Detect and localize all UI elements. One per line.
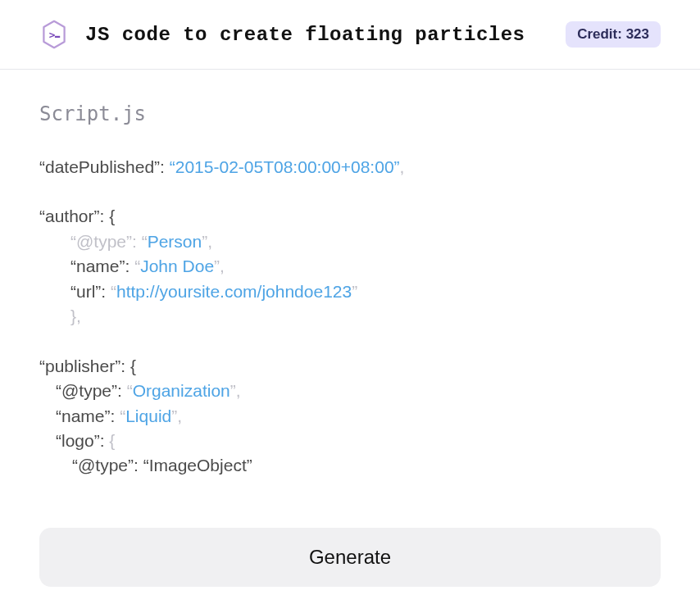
credit-badge: Credit: 323 bbox=[566, 21, 661, 48]
code-line: “datePublished”: “2015-02-05T08:00:00+08… bbox=[39, 155, 661, 179]
code-line: “@type”: “Organization”, bbox=[39, 379, 661, 403]
code-block: “datePublished”: “2015-02-05T08:00:00+08… bbox=[39, 155, 661, 479]
header: > JS code to create floating particles C… bbox=[0, 0, 700, 70]
code-line: “name”: “Liquid”, bbox=[39, 404, 661, 429]
svg-rect-2 bbox=[55, 36, 60, 38]
main-content: Script.js “datePublished”: “2015-02-05T0… bbox=[0, 70, 700, 603]
code-line: “@type”: “ImageObject” bbox=[39, 453, 661, 478]
app-logo-icon: > bbox=[39, 20, 69, 49]
file-name: Script.js bbox=[39, 102, 661, 125]
code-line: “name”: “John Doe”, bbox=[39, 254, 661, 279]
code-line: }, bbox=[39, 304, 661, 329]
code-line: “url”: “http://yoursite.com/johndoe123” bbox=[39, 279, 661, 304]
svg-text:>: > bbox=[49, 29, 56, 41]
code-line: “publisher”: { bbox=[39, 354, 661, 379]
code-line: “author”: { bbox=[39, 204, 661, 229]
generate-button[interactable]: Generate bbox=[39, 528, 661, 587]
code-line: “logo”: { bbox=[39, 429, 661, 453]
code-line: “@type”: “Person”, bbox=[39, 229, 661, 254]
page-title: JS code to create floating particles bbox=[85, 24, 566, 46]
